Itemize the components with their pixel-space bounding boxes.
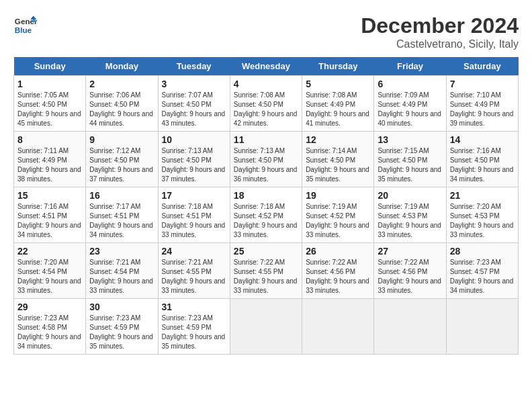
calendar-day-cell: 22 Sunrise: 7:20 AMSunset: 4:54 PMDaylig… [14, 243, 86, 299]
calendar-day-cell: 27 Sunrise: 7:22 AMSunset: 4:56 PMDaylig… [374, 243, 446, 299]
day-number: 17 [162, 190, 226, 201]
calendar-day-cell [230, 299, 302, 355]
calendar-week-row: 29 Sunrise: 7:23 AMSunset: 4:58 PMDaylig… [14, 299, 519, 355]
day-info: Sunrise: 7:16 AMSunset: 4:51 PMDaylight:… [17, 203, 81, 238]
day-info: Sunrise: 7:05 AMSunset: 4:50 PMDaylight:… [17, 91, 81, 127]
day-number: 30 [89, 302, 154, 312]
calendar-day-cell: 9 Sunrise: 7:12 AMSunset: 4:50 PMDayligh… [86, 132, 158, 187]
day-info: Sunrise: 7:14 AMSunset: 4:50 PMDaylight:… [306, 147, 369, 183]
day-number: 18 [234, 190, 298, 201]
day-number: 8 [17, 134, 82, 145]
day-number: 6 [378, 79, 442, 89]
weekday-header: Friday [374, 57, 446, 76]
day-number: 20 [378, 190, 442, 201]
day-number: 7 [450, 79, 515, 89]
title-section: December 2024 Castelvetrano, Sicily, Ita… [361, 13, 519, 50]
day-info: Sunrise: 7:23 AMSunset: 4:57 PMDaylight:… [450, 259, 514, 294]
weekday-header-row: SundayMondayTuesdayWednesdayThursdayFrid… [14, 57, 519, 76]
calendar-day-cell: 6 Sunrise: 7:09 AMSunset: 4:49 PMDayligh… [374, 76, 446, 132]
page-title: December 2024 [361, 13, 519, 38]
day-info: Sunrise: 7:13 AMSunset: 4:50 PMDaylight:… [234, 147, 298, 183]
calendar-week-row: 8 Sunrise: 7:11 AMSunset: 4:49 PMDayligh… [14, 132, 519, 187]
day-info: Sunrise: 7:12 AMSunset: 4:50 PMDaylight:… [89, 147, 153, 183]
day-info: Sunrise: 7:09 AMSunset: 4:49 PMDaylight:… [378, 91, 441, 127]
calendar-day-cell: 8 Sunrise: 7:11 AMSunset: 4:49 PMDayligh… [14, 132, 86, 187]
day-info: Sunrise: 7:20 AMSunset: 4:53 PMDaylight:… [450, 203, 514, 238]
logo: General Blue [13, 13, 38, 38]
day-number: 11 [234, 134, 298, 145]
calendar-day-cell [446, 299, 518, 355]
day-info: Sunrise: 7:17 AMSunset: 4:51 PMDaylight:… [89, 203, 153, 238]
day-number: 5 [306, 79, 370, 89]
day-info: Sunrise: 7:19 AMSunset: 4:53 PMDaylight:… [378, 203, 441, 238]
weekday-header: Wednesday [230, 57, 302, 76]
page-subtitle: Castelvetrano, Sicily, Italy [361, 38, 519, 50]
day-info: Sunrise: 7:23 AMSunset: 4:59 PMDaylight:… [162, 314, 226, 350]
day-info: Sunrise: 7:18 AMSunset: 4:52 PMDaylight:… [234, 203, 298, 238]
calendar-day-cell: 7 Sunrise: 7:10 AMSunset: 4:49 PMDayligh… [446, 76, 518, 132]
day-number: 25 [234, 246, 298, 257]
day-info: Sunrise: 7:19 AMSunset: 4:52 PMDaylight:… [306, 203, 369, 238]
day-info: Sunrise: 7:13 AMSunset: 4:50 PMDaylight:… [162, 147, 226, 183]
day-number: 28 [450, 246, 515, 257]
day-info: Sunrise: 7:15 AMSunset: 4:50 PMDaylight:… [378, 147, 441, 183]
day-info: Sunrise: 7:22 AMSunset: 4:55 PMDaylight:… [234, 259, 298, 294]
calendar-day-cell: 4 Sunrise: 7:08 AMSunset: 4:50 PMDayligh… [230, 76, 302, 132]
calendar-day-cell: 26 Sunrise: 7:22 AMSunset: 4:56 PMDaylig… [302, 243, 374, 299]
weekday-header: Tuesday [158, 57, 230, 76]
day-info: Sunrise: 7:22 AMSunset: 4:56 PMDaylight:… [306, 259, 369, 294]
weekday-header: Saturday [446, 57, 518, 76]
day-number: 27 [378, 246, 442, 257]
calendar-day-cell: 21 Sunrise: 7:20 AMSunset: 4:53 PMDaylig… [446, 187, 518, 243]
day-number: 31 [162, 302, 226, 312]
day-info: Sunrise: 7:21 AMSunset: 4:54 PMDaylight:… [89, 259, 153, 294]
day-number: 2 [89, 79, 154, 89]
svg-text:Blue: Blue [15, 26, 32, 34]
calendar-week-row: 22 Sunrise: 7:20 AMSunset: 4:54 PMDaylig… [14, 243, 519, 299]
day-number: 9 [89, 134, 154, 145]
day-number: 10 [162, 134, 226, 145]
calendar-day-cell: 11 Sunrise: 7:13 AMSunset: 4:50 PMDaylig… [230, 132, 302, 187]
calendar-day-cell: 29 Sunrise: 7:23 AMSunset: 4:58 PMDaylig… [14, 299, 86, 355]
day-info: Sunrise: 7:10 AMSunset: 4:49 PMDaylight:… [450, 91, 514, 127]
weekday-header: Monday [86, 57, 158, 76]
calendar-day-cell: 28 Sunrise: 7:23 AMSunset: 4:57 PMDaylig… [446, 243, 518, 299]
day-number: 22 [17, 246, 82, 257]
day-number: 29 [17, 302, 82, 312]
day-number: 14 [450, 134, 515, 145]
day-info: Sunrise: 7:23 AMSunset: 4:58 PMDaylight:… [17, 314, 81, 350]
calendar-day-cell: 20 Sunrise: 7:19 AMSunset: 4:53 PMDaylig… [374, 187, 446, 243]
day-info: Sunrise: 7:06 AMSunset: 4:50 PMDaylight:… [89, 91, 153, 127]
day-info: Sunrise: 7:21 AMSunset: 4:55 PMDaylight:… [162, 259, 226, 294]
calendar-week-row: 15 Sunrise: 7:16 AMSunset: 4:51 PMDaylig… [14, 187, 519, 243]
day-number: 15 [17, 190, 82, 201]
day-number: 3 [162, 79, 226, 89]
calendar-day-cell: 15 Sunrise: 7:16 AMSunset: 4:51 PMDaylig… [14, 187, 86, 243]
calendar-day-cell: 5 Sunrise: 7:08 AMSunset: 4:49 PMDayligh… [302, 76, 374, 132]
calendar-day-cell: 17 Sunrise: 7:18 AMSunset: 4:51 PMDaylig… [158, 187, 230, 243]
day-number: 21 [450, 190, 515, 201]
day-info: Sunrise: 7:07 AMSunset: 4:50 PMDaylight:… [162, 91, 226, 127]
calendar-day-cell [374, 299, 446, 355]
day-number: 1 [17, 79, 82, 89]
day-number: 16 [89, 190, 154, 201]
day-number: 13 [378, 134, 442, 145]
calendar-day-cell: 14 Sunrise: 7:16 AMSunset: 4:50 PMDaylig… [446, 132, 518, 187]
day-info: Sunrise: 7:23 AMSunset: 4:59 PMDaylight:… [89, 314, 153, 350]
calendar-day-cell: 12 Sunrise: 7:14 AMSunset: 4:50 PMDaylig… [302, 132, 374, 187]
day-info: Sunrise: 7:18 AMSunset: 4:51 PMDaylight:… [162, 203, 226, 238]
calendar-day-cell: 10 Sunrise: 7:13 AMSunset: 4:50 PMDaylig… [158, 132, 230, 187]
day-number: 24 [162, 246, 226, 257]
calendar-day-cell: 23 Sunrise: 7:21 AMSunset: 4:54 PMDaylig… [86, 243, 158, 299]
calendar-day-cell: 30 Sunrise: 7:23 AMSunset: 4:59 PMDaylig… [86, 299, 158, 355]
day-info: Sunrise: 7:16 AMSunset: 4:50 PMDaylight:… [450, 147, 514, 183]
calendar-day-cell: 25 Sunrise: 7:22 AMSunset: 4:55 PMDaylig… [230, 243, 302, 299]
calendar-day-cell: 3 Sunrise: 7:07 AMSunset: 4:50 PMDayligh… [158, 76, 230, 132]
page-header: General Blue December 2024 Castelvetrano… [13, 13, 519, 50]
weekday-header: Sunday [14, 57, 86, 76]
calendar-day-cell: 18 Sunrise: 7:18 AMSunset: 4:52 PMDaylig… [230, 187, 302, 243]
weekday-header: Thursday [302, 57, 374, 76]
calendar-day-cell: 24 Sunrise: 7:21 AMSunset: 4:55 PMDaylig… [158, 243, 230, 299]
calendar-day-cell: 16 Sunrise: 7:17 AMSunset: 4:51 PMDaylig… [86, 187, 158, 243]
day-number: 23 [89, 246, 154, 257]
